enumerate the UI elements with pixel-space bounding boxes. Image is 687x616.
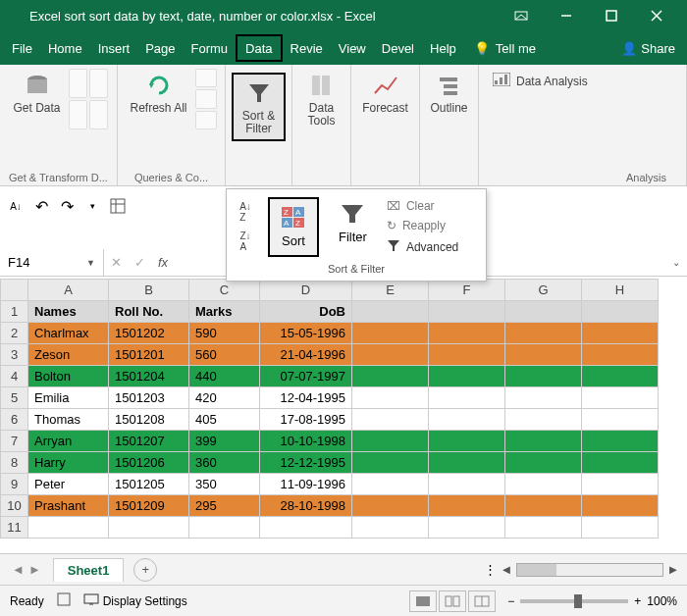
forecast-button[interactable]: Forecast [358,69,413,117]
next-sheet-button[interactable]: ► [28,562,41,577]
cell[interactable]: 1501202 [109,323,189,344]
cell[interactable] [582,495,659,517]
cell[interactable]: 1501206 [109,452,189,474]
sort-az-icon[interactable]: A↓ [6,196,26,216]
cell[interactable] [582,474,659,495]
cell[interactable] [352,387,429,409]
cell[interactable] [505,387,582,409]
column-header[interactable]: D [260,280,352,301]
tab-formulas[interactable]: Formu [184,34,237,62]
clear-filter-button[interactable]: ⌧Clear [387,199,458,213]
cell[interactable] [109,517,189,539]
outline-button[interactable]: Outline [422,69,477,117]
cell[interactable] [429,474,505,495]
cell[interactable] [582,323,659,344]
row-header[interactable]: 5 [1,387,28,409]
row-header[interactable]: 3 [1,344,28,366]
cell[interactable] [505,517,582,539]
cell[interactable] [582,409,659,431]
name-box-dropdown-icon[interactable]: ▼ [86,258,95,268]
sort-asc-button[interactable]: A↓Z [239,201,251,223]
cell[interactable] [429,452,505,474]
minimize-button[interactable] [544,0,589,31]
row-header[interactable]: 8 [1,452,28,474]
cell[interactable]: 405 [189,409,260,431]
zoom-out-button[interactable]: − [507,594,514,608]
cell[interactable] [505,495,582,517]
cell[interactable]: Thomas [28,409,109,431]
cell[interactable] [582,344,659,366]
cell[interactable] [260,517,352,539]
ribbon-display-options-button[interactable] [499,0,544,31]
cell[interactable]: 399 [189,431,260,452]
cell[interactable] [352,495,429,517]
cell[interactable]: Prashant [28,495,109,517]
cell[interactable] [352,452,429,474]
customize-qat-icon[interactable]: ▾ [82,196,102,216]
cell[interactable] [352,431,429,452]
cell[interactable]: Roll No. [109,301,189,323]
cell[interactable]: Arryan [28,431,109,452]
cell[interactable]: 1501201 [109,344,189,366]
column-header[interactable]: B [109,280,189,301]
cell[interactable] [582,431,659,452]
cell[interactable] [429,431,505,452]
cell[interactable] [352,301,429,323]
cell[interactable]: 21-04-1996 [260,344,352,366]
cell[interactable]: 28-10-1998 [260,495,352,517]
cell[interactable] [429,495,505,517]
sheet-tab-active[interactable]: Sheet1 [53,558,125,582]
name-box[interactable]: F14 ▼ [0,249,104,276]
cell[interactable] [505,366,582,387]
column-header[interactable]: G [505,280,582,301]
close-button[interactable] [634,0,679,31]
cell[interactable]: Names [28,301,109,323]
cell[interactable]: 420 [189,387,260,409]
zoom-level[interactable]: 100% [647,594,677,608]
cell[interactable] [352,474,429,495]
redo-icon[interactable]: ↷ [57,196,77,216]
reapply-filter-button[interactable]: ↻Reapply [387,219,458,232]
cell[interactable]: 350 [189,474,260,495]
cell[interactable] [582,517,659,539]
maximize-button[interactable] [589,0,634,31]
cell[interactable]: 440 [189,366,260,387]
cell[interactable] [352,517,429,539]
tab-review[interactable]: Revie [283,34,331,62]
cell[interactable]: Marks [189,301,260,323]
refresh-all-button[interactable]: Refresh All [126,69,190,117]
sort-dialog-button[interactable]: ZAAZ Sort [268,197,319,257]
cell[interactable] [429,301,505,323]
cell[interactable] [429,409,505,431]
row-header[interactable]: 9 [1,474,28,495]
cell[interactable]: 1501205 [109,474,189,495]
tab-view[interactable]: View [331,34,374,62]
cell[interactable]: 10-10-1998 [260,431,352,452]
share-button[interactable]: 👤 Share [613,41,683,56]
view-page-break-button[interactable] [468,590,496,612]
prev-sheet-button[interactable]: ◄ [12,562,25,577]
cell[interactable] [429,387,505,409]
tab-file[interactable]: File [4,34,40,62]
column-header[interactable]: A [28,280,109,301]
tab-page-layout[interactable]: Page [137,34,183,62]
row-header[interactable]: 7 [1,431,28,452]
get-data-button[interactable]: Get Data [9,69,64,117]
tab-home[interactable]: Home [40,34,90,62]
cell[interactable]: 560 [189,344,260,366]
tab-help[interactable]: Help [422,34,464,62]
cell[interactable] [28,517,109,539]
row-header[interactable]: 6 [1,409,28,431]
data-analysis-button[interactable]: Data Analysis [493,69,588,89]
new-sheet-button[interactable]: + [133,558,157,582]
formula-expand-icon[interactable]: ⌄ [665,257,687,268]
tell-me[interactable]: 💡 Tell me [464,41,546,56]
column-header[interactable]: E [352,280,429,301]
cell[interactable] [429,517,505,539]
cell[interactable]: Zeson [28,344,109,366]
cell[interactable]: 11-09-1996 [260,474,352,495]
cell[interactable] [505,474,582,495]
cell[interactable]: 1501208 [109,409,189,431]
view-page-layout-button[interactable] [439,590,466,612]
cell[interactable] [352,344,429,366]
